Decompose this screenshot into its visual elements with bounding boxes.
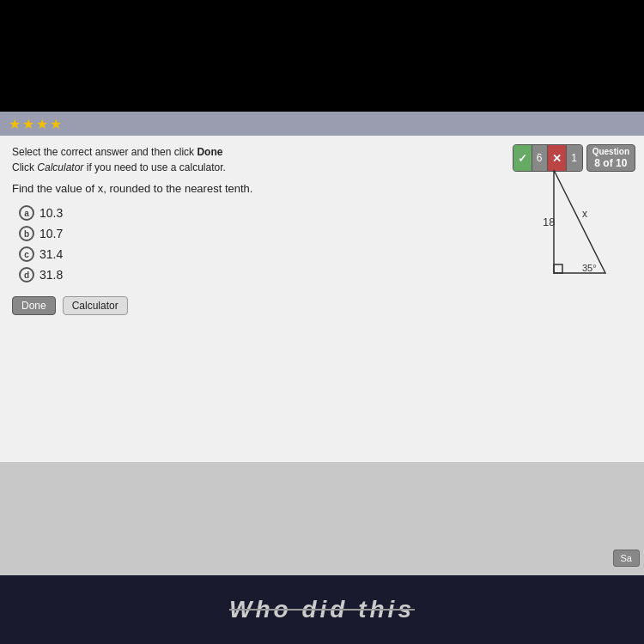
buttons-row: Done Calculator xyxy=(12,296,632,315)
answer-value-d: 31.8 xyxy=(39,268,63,282)
instruction-line2: Click xyxy=(12,161,37,173)
calculator-button[interactable]: Calculator xyxy=(63,296,128,315)
answer-letter-d: d xyxy=(19,267,34,283)
answer-value-b: 10.7 xyxy=(39,227,63,240)
toolbar: ★★★★ xyxy=(0,112,644,136)
instruction-line3: if you need to use a calculator. xyxy=(83,161,225,173)
svg-text:18: 18 xyxy=(543,216,555,228)
question-label: Question xyxy=(592,147,629,157)
answer-letter-a: a xyxy=(19,205,34,221)
done-bold: Done xyxy=(197,146,222,158)
svg-text:35°: 35° xyxy=(582,263,597,273)
answer-value-a: 10.3 xyxy=(39,206,63,220)
stars: ★★★★ xyxy=(9,116,64,132)
triangle-diagram: 18 x 35° xyxy=(481,161,618,299)
answer-value-c: 31.4 xyxy=(39,247,63,261)
screen: ★★★★ Select the correct answer and then … xyxy=(0,112,644,575)
calculator-italic: Calculator xyxy=(37,161,83,173)
content-area: Select the correct answer and then click… xyxy=(0,136,644,462)
answer-letter-b: b xyxy=(19,226,34,241)
save-button[interactable]: Sa xyxy=(613,550,640,567)
svg-rect-1 xyxy=(554,264,562,273)
triangle-svg: 18 x 35° xyxy=(481,161,618,295)
bottom-bar: Who did this xyxy=(0,575,644,644)
answer-letter-c: c xyxy=(19,246,34,262)
done-button[interactable]: Done xyxy=(12,296,56,315)
instruction-line1: Select the correct answer and then click xyxy=(12,146,197,158)
svg-marker-0 xyxy=(554,170,605,273)
svg-text:x: x xyxy=(582,208,587,220)
watermark-text: Who did this xyxy=(229,596,415,623)
